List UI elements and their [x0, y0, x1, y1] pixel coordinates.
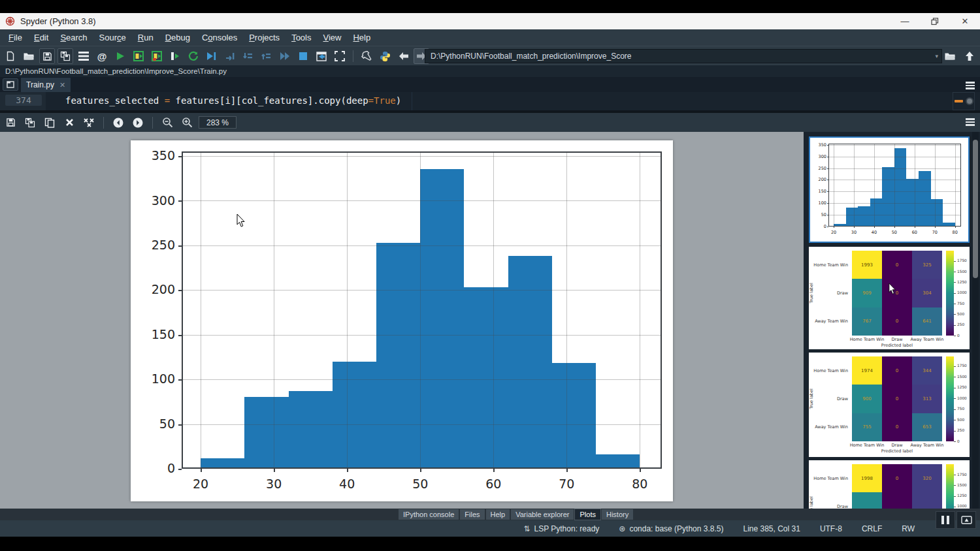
tab-close-icon[interactable]: ✕ — [59, 81, 65, 89]
menu-file[interactable]: File — [3, 31, 28, 44]
debug-step-out-button[interactable] — [259, 48, 274, 64]
parent-directory-button[interactable] — [962, 48, 977, 64]
plots-toolbar-separator-2 — [152, 117, 153, 129]
debug-step-button[interactable] — [222, 48, 238, 64]
code-line: features_selected = features[i][col_feat… — [65, 95, 401, 106]
menu-edit[interactable]: Edit — [28, 31, 54, 44]
encoding-status: UTF-8 — [820, 524, 842, 533]
matrix-cell: 1998 — [852, 464, 882, 492]
thumbnail-confusion-matrix-1[interactable]: True label19930325Home Team Win9090304Dr… — [809, 247, 970, 349]
back-button[interactable] — [395, 48, 411, 64]
debug-continue-button[interactable] — [277, 48, 293, 64]
colorbar-tick-label: 1750 — [957, 364, 967, 368]
editor-tab-trainpy[interactable]: Train.py ✕ — [21, 78, 71, 92]
zoom-out-button[interactable] — [159, 115, 175, 131]
maximize-icon — [335, 51, 345, 61]
zoom-in-button[interactable] — [179, 115, 195, 131]
matrix-cell — [912, 492, 942, 509]
restore-button[interactable] — [920, 13, 950, 29]
browse-tabs-button[interactable] — [3, 78, 18, 91]
colorbar-tick — [954, 388, 956, 388]
find-symbols-button[interactable]: @ — [94, 48, 110, 64]
menu-consoles[interactable]: Consoles — [196, 31, 243, 44]
pane-tab-history[interactable]: History — [602, 509, 633, 520]
outline-explorer-button[interactable] — [76, 48, 91, 64]
pane-tab-plots[interactable]: Plots — [575, 509, 600, 520]
code-editor[interactable]: 374 features_selected = features[i][col_… — [0, 92, 980, 110]
save-all-plots-icon — [25, 118, 35, 128]
open-file-button[interactable] — [21, 48, 37, 64]
y-tick-label: 150 — [810, 189, 826, 194]
menu-source[interactable]: Source — [93, 31, 132, 44]
scrollflag-area — [953, 92, 975, 110]
y-tick-label: 350 — [131, 148, 175, 163]
maximize-pane-button[interactable] — [332, 48, 348, 64]
rerun-icon — [188, 51, 199, 61]
copy-plot-button[interactable] — [42, 115, 57, 131]
run-cell-advance-button[interactable] — [149, 48, 165, 64]
save-all-plots-button[interactable] — [22, 115, 38, 131]
menu-view[interactable]: View — [317, 31, 347, 44]
menu-search[interactable]: Search — [54, 31, 93, 44]
save-plot-button[interactable] — [3, 115, 18, 131]
editor-options-menu-button[interactable] — [966, 82, 975, 89]
previous-plot-button[interactable] — [110, 115, 126, 131]
continue-icon — [280, 52, 290, 61]
lsp-icon: ⇅ — [523, 524, 530, 533]
run-cell-advance-icon — [152, 51, 162, 61]
menu-run[interactable]: Run — [132, 31, 159, 44]
colorbar-tick-label: 1250 — [957, 494, 967, 497]
new-file-button[interactable] — [3, 48, 18, 64]
python-env-button[interactable] — [377, 48, 393, 64]
wrench-icon — [361, 51, 372, 61]
x-tick — [274, 469, 275, 472]
new-file-icon — [5, 51, 16, 61]
plots-options-menu-button[interactable] — [966, 118, 975, 126]
debug-file-button[interactable] — [204, 48, 220, 64]
save-button[interactable] — [39, 48, 55, 64]
close-button[interactable]: ✕ — [950, 13, 980, 29]
menu-help[interactable]: Help — [347, 31, 376, 44]
working-directory-combo[interactable]: D:\PythonRUN\Football_match_prediction\I… — [425, 49, 942, 63]
pause-button[interactable] — [936, 511, 955, 529]
save-all-icon — [60, 51, 71, 61]
matrix-cell — [882, 492, 912, 509]
remove-all-plots-button[interactable] — [81, 115, 97, 131]
minimize-button[interactable]: — — [890, 13, 920, 29]
run-cell-button[interactable] — [131, 48, 146, 64]
row-label: Draw — [811, 291, 848, 296]
pane-tab-variable-explorer[interactable]: Variable explorer — [511, 509, 574, 520]
run-selection-button[interactable] — [167, 48, 183, 64]
remove-plot-button[interactable] — [61, 115, 77, 131]
stop-debug-button[interactable] — [295, 48, 311, 64]
next-plot-button[interactable] — [130, 115, 146, 131]
colorbar-tick — [954, 325, 956, 326]
pane-tab-help[interactable]: Help — [486, 509, 510, 520]
title-bar: Spyder (Python 3.8) — ✕ — [0, 13, 980, 29]
thumbnails-scrollbar[interactable] — [972, 132, 979, 509]
row-label: Draw — [811, 504, 848, 509]
at-icon: @ — [97, 51, 107, 62]
run-file-button[interactable] — [112, 48, 128, 64]
menu-projects[interactable]: Projects — [243, 31, 286, 44]
debug-step-into-button[interactable] — [240, 48, 256, 64]
screen-capture-button[interactable] — [956, 511, 976, 529]
menu-debug[interactable]: Debug — [159, 31, 196, 44]
save-all-button[interactable] — [57, 48, 73, 64]
file-permissions-status: RW — [902, 524, 915, 533]
thumbnail-confusion-matrix-3[interactable]: True label19980320Home Team WinDrawAway … — [809, 460, 970, 509]
browse-directory-button[interactable] — [942, 48, 958, 64]
pause-icon — [941, 516, 949, 524]
rerun-cell-button[interactable] — [186, 48, 201, 64]
menu-tools[interactable]: Tools — [286, 31, 317, 44]
pane-tab-files[interactable]: Files — [460, 509, 484, 520]
scrollbar-thumb[interactable] — [973, 140, 978, 278]
open-console-window-button[interactable] — [314, 48, 329, 64]
zoom-level-field[interactable]: 283 % — [199, 116, 237, 129]
plots-toolbar: 283 % — [0, 113, 980, 132]
preferences-button[interactable] — [359, 48, 374, 64]
thumbnail-histogram[interactable]: 05010015020025030035020304050607080 — [809, 136, 970, 243]
thumbnail-confusion-matrix-2[interactable]: True label19740344Home Team Win9000313Dr… — [809, 353, 970, 457]
matrix-cell: 304 — [912, 279, 942, 307]
pane-tab-ipython-console[interactable]: IPython console — [399, 509, 459, 520]
